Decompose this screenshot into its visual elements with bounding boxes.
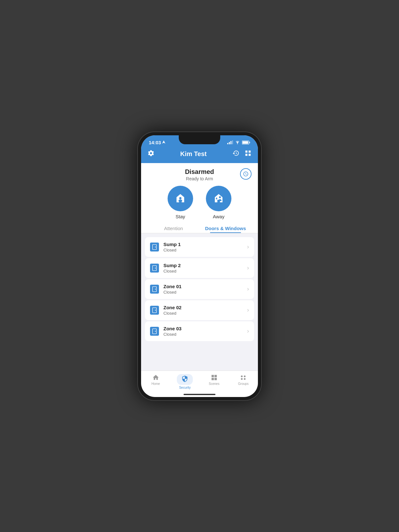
clock-icon [243,171,249,177]
sensor-item-zone03[interactable]: Zone 03 Closed › [145,321,254,341]
tabs-row: Attention Doors & Windows [141,222,258,233]
scenes-icon [211,374,218,381]
sensor-status-sump1: Closed [163,248,243,252]
home-icon [152,374,159,381]
sensor-name-zone02: Zone 02 [163,305,243,310]
sensor-info-zone02: Zone 02 Closed [163,305,243,316]
sensor-status-sump2: Closed [163,269,243,273]
sensor-name-sump1: Sump 1 [163,242,243,247]
security-icon [181,375,188,382]
stay-button-circle [168,186,193,211]
sensor-status-zone01: Closed [163,290,243,295]
chevron-icon-sump1: › [247,244,249,250]
svg-point-27 [241,378,243,380]
tab-doors-windows[interactable]: Doors & Windows [200,222,252,233]
status-time: 14:03 [149,140,165,145]
svg-point-24 [155,331,156,332]
sensor-icon-zone01 [150,285,159,294]
location-arrow-icon [162,140,165,144]
svg-point-26 [244,375,246,377]
alarm-schedule-button[interactable] [240,168,252,180]
svg-point-18 [155,288,156,289]
wifi-icon [235,140,240,144]
svg-point-25 [241,375,243,377]
sensor-icon-zone02 [150,306,159,315]
nav-groups[interactable]: Groups [229,373,258,391]
sensor-list: Sump 1 Closed › Sump 2 Closed › [141,233,258,371]
svg-point-4 [237,143,238,144]
alarm-text: Disarmed Ready to Arm [147,168,252,181]
stay-label: Stay [176,214,185,219]
svg-point-15 [155,267,156,268]
svg-rect-7 [243,141,248,144]
away-icon [212,191,226,206]
nav-security[interactable]: Security [170,373,200,391]
chevron-icon-zone02: › [247,307,249,313]
arm-buttons: Stay Away [168,186,231,219]
bottom-nav: Home Security Scenes [141,371,258,397]
sensor-name-sump2: Sump 2 [163,263,243,268]
nav-security-label: Security [179,386,191,389]
door-icon [152,265,157,271]
header-title: Kim Test [180,150,207,158]
chevron-icon-zone03: › [247,328,249,334]
notch [179,135,220,144]
alarm-section: Disarmed Ready to Arm [141,163,258,222]
phone-screen: 14:03 [141,135,258,397]
home-indicator [184,394,215,395]
svg-rect-1 [229,142,230,144]
signal-icon [227,140,233,144]
sensor-status-zone02: Closed [163,311,243,316]
time-display: 14:03 [149,140,161,145]
away-button[interactable]: Away [206,186,231,219]
grid-icon [245,150,252,157]
away-label: Away [213,214,224,219]
chevron-icon-sump2: › [247,265,249,271]
sensor-item-sump1[interactable]: Sump 1 Closed › [145,237,254,257]
battery-icon [242,140,250,145]
grid-button[interactable] [245,150,252,159]
history-icon [232,150,239,157]
nav-home[interactable]: Home [141,373,170,391]
phone-frame: 14:03 [137,131,262,401]
alarm-status-row: Disarmed Ready to Arm [147,168,252,181]
tab-attention[interactable]: Attention [147,222,200,233]
history-button[interactable] [232,150,239,159]
svg-point-21 [155,310,156,311]
nav-groups-label: Groups [238,382,249,386]
svg-rect-3 [232,140,233,144]
svg-point-8 [179,197,182,199]
door-icon [152,244,157,250]
sensor-info-zone03: Zone 03 Closed [163,326,243,337]
alarm-status-title: Disarmed [147,168,252,176]
away-button-circle [206,186,231,211]
door-icon [152,328,157,334]
sensor-icon-sump2 [150,264,159,273]
sensor-item-zone02[interactable]: Zone 02 Closed › [145,300,254,320]
sensor-status-zone03: Closed [163,332,243,337]
sensor-icon-sump1 [150,243,159,251]
groups-icon [240,374,247,381]
sensor-info-sump1: Sump 1 Closed [163,242,243,252]
chevron-icon-zone01: › [247,286,249,292]
status-icons [227,140,250,145]
alarm-status-sub: Ready to Arm [147,176,252,181]
nav-scenes-label: Scenes [209,382,219,386]
svg-point-9 [219,196,221,198]
svg-rect-6 [249,142,250,143]
sensor-icon-zone03 [150,327,159,336]
sensor-info-zone01: Zone 01 Closed [163,284,243,295]
settings-button[interactable] [147,150,154,159]
svg-point-12 [155,246,156,247]
sensor-name-zone01: Zone 01 [163,284,243,289]
nav-home-label: Home [151,382,160,386]
stay-icon [173,191,187,206]
sensor-item-sump2[interactable]: Sump 2 Closed › [145,258,254,278]
sensor-info-sump2: Sump 2 Closed [163,263,243,273]
gear-icon [147,150,154,157]
app-header: Kim Test [141,147,258,163]
nav-scenes[interactable]: Scenes [200,373,229,391]
stay-button[interactable]: Stay [168,186,193,219]
sensor-item-zone01[interactable]: Zone 01 Closed › [145,279,254,299]
svg-rect-0 [227,143,228,144]
